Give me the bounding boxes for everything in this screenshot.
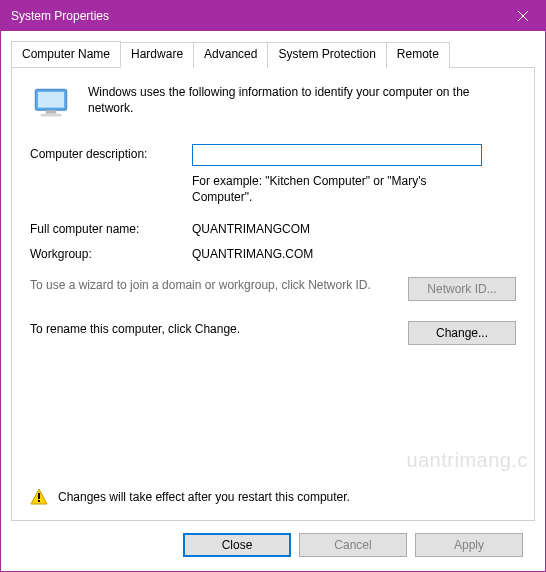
tab-system-protection[interactable]: System Protection bbox=[267, 42, 386, 68]
apply-button: Apply bbox=[415, 533, 523, 557]
svg-rect-8 bbox=[38, 500, 40, 502]
change-row: To rename this computer, click Change. C… bbox=[30, 321, 516, 345]
close-button[interactable]: Close bbox=[183, 533, 291, 557]
close-window-button[interactable] bbox=[500, 1, 545, 31]
intro-text: Windows uses the following information t… bbox=[88, 84, 516, 126]
svg-rect-7 bbox=[38, 493, 40, 499]
workgroup-value: QUANTRIMANG.COM bbox=[192, 244, 313, 261]
dialog-buttons: Close Cancel Apply bbox=[11, 521, 535, 571]
tab-strip: Computer Name Hardware Advanced System P… bbox=[11, 41, 535, 67]
workgroup-row: Workgroup: QUANTRIMANG.COM bbox=[30, 244, 516, 261]
close-icon bbox=[517, 10, 529, 22]
warning-icon bbox=[30, 488, 48, 506]
fullname-row: Full computer name: QUANTRIMANGCOM bbox=[30, 219, 516, 236]
svg-rect-5 bbox=[41, 114, 62, 117]
computer-icon bbox=[30, 84, 72, 126]
window-frame: System Properties Computer Name Hardware… bbox=[0, 0, 546, 572]
change-text: To rename this computer, click Change. bbox=[30, 321, 408, 337]
tab-advanced[interactable]: Advanced bbox=[193, 42, 268, 68]
restart-text: Changes will take effect after you resta… bbox=[58, 490, 350, 504]
intro-row: Windows uses the following information t… bbox=[30, 84, 516, 126]
tab-hardware[interactable]: Hardware bbox=[120, 42, 194, 68]
description-label: Computer description: bbox=[30, 144, 192, 161]
svg-rect-4 bbox=[46, 110, 57, 114]
fullname-value: QUANTRIMANGCOM bbox=[192, 219, 310, 236]
svg-rect-3 bbox=[38, 92, 64, 108]
description-row: Computer description: bbox=[30, 144, 516, 166]
watermark: uantrimang.c bbox=[406, 449, 528, 472]
fullname-label: Full computer name: bbox=[30, 219, 192, 236]
cancel-button: Cancel bbox=[299, 533, 407, 557]
description-example: For example: "Kitchen Computer" or "Mary… bbox=[192, 174, 482, 205]
networkid-text: To use a wizard to join a domain or work… bbox=[30, 277, 408, 293]
workgroup-label: Workgroup: bbox=[30, 244, 192, 261]
content-area: Computer Name Hardware Advanced System P… bbox=[1, 31, 545, 571]
tab-panel: Windows uses the following information t… bbox=[11, 67, 535, 521]
tab-computer-name[interactable]: Computer Name bbox=[11, 41, 121, 67]
restart-row: Changes will take effect after you resta… bbox=[30, 488, 516, 506]
change-button[interactable]: Change... bbox=[408, 321, 516, 345]
window-title: System Properties bbox=[11, 9, 500, 23]
networkid-row: To use a wizard to join a domain or work… bbox=[30, 277, 516, 301]
tab-remote[interactable]: Remote bbox=[386, 42, 450, 68]
description-input[interactable] bbox=[192, 144, 482, 166]
titlebar: System Properties bbox=[1, 1, 545, 31]
networkid-button: Network ID... bbox=[408, 277, 516, 301]
